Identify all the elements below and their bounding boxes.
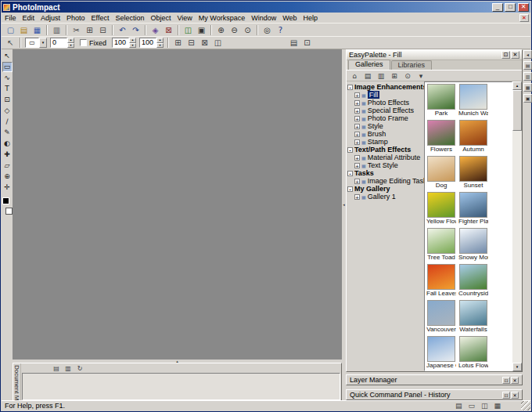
menu-selection[interactable]: Selection (112, 14, 147, 22)
scrollbar-track[interactable] (512, 90, 522, 363)
spin-down-icon[interactable]: ▾ (156, 43, 164, 49)
height-spinner[interactable]: 100 ▴ ▾ (139, 38, 164, 48)
quick-command-rollup-button[interactable]: ⊡ (502, 392, 510, 399)
thumbnail-vancouver[interactable]: Vancouver (426, 300, 456, 335)
libraries-view-button[interactable]: ▥ (375, 71, 387, 81)
thumbnail-fighter-plane[interactable]: Fighter Plane (458, 192, 488, 227)
background-color-swatch[interactable] (5, 208, 13, 215)
tree-item-photo-frame[interactable]: +▦Photo Frame (347, 114, 424, 122)
menu-help[interactable]: Help (300, 14, 322, 22)
expand-icon[interactable]: + (354, 194, 360, 200)
tree-group-image-enhancements[interactable]: -Image Enhancements (347, 83, 424, 91)
thumbnail-view-button[interactable]: ▤ (51, 364, 62, 373)
expand-icon[interactable]: + (354, 155, 360, 161)
document-manager-title[interactable]: Document Mana (13, 363, 21, 401)
quick-command-bar[interactable]: Quick Command Panel - History ⊡ ✕ (346, 389, 523, 400)
collapse-icon[interactable]: - (347, 85, 353, 90)
fit-in-window-button[interactable]: ◎ (261, 24, 274, 36)
lasso-tool[interactable]: ∿ (2, 73, 13, 83)
add-gallery-button[interactable]: ⊞ (388, 71, 401, 81)
full-screen-button[interactable]: ▣ (195, 24, 208, 36)
chevron-down-icon[interactable]: ▾ (39, 38, 47, 48)
expand-icon[interactable]: + (354, 100, 360, 106)
panel-switch-button[interactable]: ⊡ (300, 37, 314, 49)
tree-item-stamp[interactable]: +▦Stamp (347, 138, 424, 146)
layer-manager-close-button[interactable]: ✕ (511, 377, 519, 384)
delete-button[interactable]: ⊠ (162, 24, 175, 36)
expand-icon[interactable]: + (354, 108, 360, 114)
thumbnail-snowy-moun[interactable]: Snowy Moun... (458, 228, 488, 263)
clone-tool[interactable]: ◐ (2, 139, 13, 149)
expand-icon[interactable]: + (354, 163, 360, 168)
thumbnail-waterfalls[interactable]: Waterfalls (458, 300, 488, 335)
menu-my-workspace[interactable]: My Workspace (196, 14, 248, 22)
pick-tool[interactable]: ↖ (2, 51, 13, 61)
expand-icon[interactable]: + (354, 92, 360, 98)
zoom-in-button[interactable]: ⊕ (214, 24, 228, 36)
thumbnail-lotus-flower[interactable]: Lotus Flower (458, 336, 488, 371)
thumbnail-munich-wat[interactable]: Munich Wat... (458, 84, 488, 119)
menubar-close-button[interactable]: ✕ (519, 14, 529, 22)
tree-item-brush[interactable]: +▦Brush (347, 130, 424, 138)
softness-spinner[interactable]: 0 ▴ ▾ (50, 38, 74, 48)
palette-rollup-button[interactable]: ⊡ (501, 51, 510, 59)
tree-item-image-editing-tasks[interactable]: +▦Image Editing Tasks (347, 177, 424, 185)
quick-command-close-button[interactable]: ✕ (511, 392, 519, 399)
expand-icon[interactable]: + (354, 116, 360, 121)
menu-effect[interactable]: Effect (88, 14, 113, 22)
list-view-button[interactable]: ▥ (63, 364, 74, 373)
thumbnail-tree-toad[interactable]: Tree Toad (426, 228, 456, 263)
expand-icon[interactable]: + (354, 179, 360, 184)
thumbnail-autumn[interactable]: Autumn (458, 120, 488, 155)
spin-down-icon[interactable]: ▾ (129, 43, 136, 49)
thumbnail-fall-leaves[interactable]: Fall Leaves (426, 264, 456, 299)
duplicate-button[interactable]: ◈ (149, 24, 162, 36)
width-spinner[interactable]: 100 ▴ ▾ (112, 38, 136, 48)
collapse-icon[interactable]: - (347, 186, 353, 192)
collapse-icon[interactable]: - (347, 147, 353, 153)
spin-down-icon[interactable]: ▾ (67, 43, 74, 49)
options-button[interactable]: ▤ (287, 37, 300, 49)
tree-item-style[interactable]: +▦Style (347, 122, 424, 130)
expand-icon[interactable]: + (354, 139, 360, 145)
menu-edit[interactable]: Edit (20, 14, 38, 22)
width-value[interactable]: 100 (112, 38, 129, 48)
tab-galleries[interactable]: Galleries (348, 60, 390, 70)
height-value[interactable]: 100 (139, 38, 156, 48)
text-tool[interactable]: T (2, 84, 13, 94)
collapse-icon[interactable]: - (347, 171, 353, 176)
hide-dock-button[interactable]: ◂ (523, 50, 532, 59)
thumbnail-yellow-flowe[interactable]: Yellow Flowe... (426, 192, 456, 227)
palette-close-button[interactable]: ✕ (511, 51, 519, 59)
close-button[interactable]: ✕ (518, 3, 529, 12)
thumbnail-scrollbar[interactable]: ▴ ▾ (512, 81, 522, 371)
crop-tool[interactable]: ⊡ (2, 95, 13, 105)
menu-adjust[interactable]: Adjust (38, 14, 63, 22)
paintbrush-tool[interactable]: ✎ (2, 128, 13, 138)
thumbnail-flowers[interactable]: Flowers (426, 120, 456, 155)
menu-window[interactable]: Window (248, 14, 279, 22)
eraser-tool[interactable]: ▱ (2, 161, 13, 171)
open-button[interactable]: ▤ (17, 24, 31, 36)
browse-button[interactable]: ◫ (182, 24, 195, 36)
scroll-down-button[interactable]: ▾ (512, 363, 522, 371)
palette-menu-button[interactable]: ▾ (415, 71, 427, 81)
fixed-size-checkbox[interactable]: Fixed (80, 39, 106, 47)
print-button[interactable]: ▥ (50, 24, 63, 36)
tree-item-photo-effects[interactable]: +▦Photo Effects (347, 99, 424, 107)
tree-group-tasks[interactable]: -Tasks (347, 169, 424, 177)
easypalette-dock-button[interactable]: ▤ (523, 61, 532, 70)
layer-manager-bar[interactable]: Layer Manager ⊡ ✕ (346, 374, 523, 385)
cut-button[interactable]: ✂ (70, 24, 83, 36)
tree-item-text-style[interactable]: +▦Text Style (347, 161, 424, 169)
standard-selection-tool[interactable]: ▭ (2, 62, 13, 72)
actual-view-button[interactable]: ⊙ (241, 24, 254, 36)
eyedropper-tool[interactable]: ∕ (2, 117, 13, 127)
maximize-button[interactable]: □ (505, 3, 516, 12)
subtract-selection-mode-button[interactable]: ⊠ (198, 37, 211, 49)
zoom-out-button[interactable]: ⊖ (228, 24, 241, 36)
tree-item-fill[interactable]: +▦Fill (347, 91, 424, 99)
menu-object[interactable]: Object (147, 14, 174, 22)
redo-button[interactable]: ↷ (129, 24, 142, 36)
minimize-button[interactable]: _ (492, 3, 503, 12)
